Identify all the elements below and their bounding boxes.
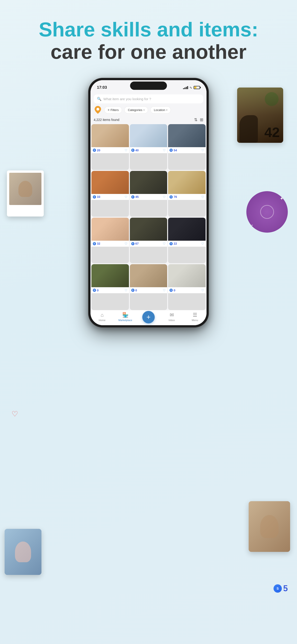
item-price-value: 0 bbox=[174, 288, 175, 292]
heart-button[interactable]: ♡ bbox=[124, 288, 128, 292]
marketplace-icon: 🏪 bbox=[122, 312, 128, 318]
location-button[interactable]: Location ▾ bbox=[150, 106, 171, 114]
item-price-value: 76 bbox=[174, 195, 177, 198]
grid-item[interactable]: S40♡ bbox=[130, 124, 168, 170]
item-price-value: 40 bbox=[136, 148, 138, 152]
view-controls: ⇅ ⊞ bbox=[194, 117, 203, 122]
grid-item[interactable]: S67♡ bbox=[130, 218, 168, 264]
filter-bar: ≡ Filters Categories ▾ Location ▾ bbox=[90, 104, 206, 116]
phone-notch bbox=[130, 82, 167, 90]
item-price: S45 bbox=[131, 195, 138, 198]
item-price-value: 67 bbox=[136, 242, 138, 245]
battery-icon bbox=[194, 86, 200, 89]
item-price: S0 bbox=[131, 288, 137, 292]
token-logo-icon: S bbox=[274, 584, 282, 593]
home-icon: ⌂ bbox=[100, 312, 104, 318]
hero-line1: Share skills and items: bbox=[0, 18, 297, 41]
nav-menu[interactable]: ☰ Menu bbox=[183, 312, 206, 322]
grid-item[interactable]: S33♡ bbox=[92, 171, 129, 217]
currency-icon: S bbox=[131, 288, 134, 292]
heart-button[interactable]: ♡ bbox=[201, 148, 204, 152]
add-icon: + bbox=[146, 314, 150, 320]
grid-item[interactable]: S20♡ bbox=[92, 124, 129, 170]
results-header: 4,222 items found ⇅ ⊞ bbox=[90, 116, 206, 124]
heart-button[interactable]: ♡ bbox=[163, 195, 166, 199]
status-icons: ∿ bbox=[183, 86, 200, 89]
heart-button[interactable]: ♡ bbox=[124, 242, 128, 246]
item-price: S54 bbox=[170, 148, 177, 152]
heart-button[interactable]: ♡ bbox=[201, 242, 204, 246]
nav-home-label: Home bbox=[99, 319, 106, 322]
item-price: S67 bbox=[131, 242, 138, 245]
currency-icon: S bbox=[131, 242, 134, 245]
grid-item[interactable]: S76♡ bbox=[168, 171, 206, 217]
phone-frame: 17:03 ∿ 🔍 What item are bbox=[89, 78, 208, 327]
item-price-value: 20 bbox=[97, 148, 100, 152]
results-count: 4,222 items found bbox=[94, 118, 119, 122]
heart-button[interactable]: ♡ bbox=[124, 148, 128, 152]
item-price-value: 33 bbox=[97, 195, 100, 198]
grid-item[interactable]: S45♡ bbox=[130, 171, 168, 217]
deco-photo1 bbox=[249, 501, 290, 552]
currency-icon: S bbox=[131, 148, 134, 152]
grid-item[interactable]: S0♡ bbox=[130, 264, 168, 310]
currency-icon: S bbox=[170, 148, 173, 152]
heart-button[interactable]: ♡ bbox=[163, 148, 166, 152]
location-label: Location bbox=[154, 108, 165, 112]
filters-icon: ≡ bbox=[108, 108, 109, 112]
menu-icon: ☰ bbox=[193, 312, 197, 318]
filters-button[interactable]: ≡ Filters bbox=[104, 106, 122, 114]
currency-icon: S bbox=[93, 148, 96, 152]
categories-chevron-icon: ▾ bbox=[144, 109, 144, 111]
add-button[interactable]: + bbox=[142, 311, 155, 324]
inbox-icon: ✉ bbox=[170, 312, 174, 318]
grid-view-icon[interactable]: ⊞ bbox=[200, 117, 203, 122]
item-price: S33 bbox=[93, 195, 100, 198]
search-bar[interactable]: 🔍 What item are you looking for ? bbox=[94, 94, 203, 104]
hero-line2: care for one another bbox=[0, 41, 297, 63]
categories-button[interactable]: Categories ▾ bbox=[124, 106, 148, 114]
search-placeholder-text: What item are you looking for ? bbox=[103, 97, 151, 101]
grid-item[interactable]: S0♡ bbox=[92, 264, 129, 310]
status-time: 17:03 bbox=[97, 85, 107, 90]
nav-inbox-label: Inbox bbox=[168, 319, 175, 322]
sort-icon[interactable]: ⇅ bbox=[194, 117, 198, 122]
signal-bars-icon bbox=[183, 86, 188, 89]
deco-photo2 bbox=[4, 529, 42, 575]
deco-heart-icon: ♡ bbox=[12, 410, 18, 418]
item-price-value: 0 bbox=[97, 288, 98, 292]
nav-marketplace[interactable]: 🏪 Marketplace bbox=[114, 312, 137, 322]
grid-item[interactable]: S0♡ bbox=[168, 264, 206, 310]
grid-item[interactable]: S22♡ bbox=[168, 218, 206, 264]
heart-button[interactable]: ♡ bbox=[163, 242, 166, 246]
filters-label: Filters bbox=[110, 108, 118, 112]
location-pin-icon[interactable] bbox=[94, 106, 102, 114]
battery-fill bbox=[194, 86, 196, 88]
item-price: S76 bbox=[170, 195, 177, 198]
heart-button[interactable]: ♡ bbox=[201, 288, 204, 292]
wifi-icon: ∿ bbox=[190, 86, 192, 89]
item-price: S0 bbox=[170, 288, 175, 292]
hero-section: Share skills and items: care for one ano… bbox=[0, 18, 297, 63]
search-icon: 🔍 bbox=[97, 97, 102, 101]
heart-button[interactable]: ♡ bbox=[201, 195, 204, 199]
item-price: S40 bbox=[131, 148, 138, 152]
heart-button[interactable]: ♡ bbox=[124, 195, 128, 199]
nav-menu-label: Menu bbox=[192, 319, 198, 322]
nav-marketplace-label: Marketplace bbox=[118, 319, 132, 322]
nav-inbox[interactable]: ✉ Inbox bbox=[160, 312, 183, 322]
svg-point-0 bbox=[96, 108, 99, 110]
deco-purple-circle: ✦ ✦ bbox=[246, 191, 288, 233]
heart-button[interactable]: ♡ bbox=[163, 288, 166, 292]
nav-home[interactable]: ⌂ Home bbox=[90, 312, 114, 322]
currency-icon: S bbox=[170, 242, 173, 245]
deco-polaroid-card bbox=[7, 170, 44, 216]
grid-item[interactable]: S32♡ bbox=[92, 218, 129, 264]
item-price-value: 32 bbox=[97, 242, 100, 245]
items-grid: S20♡S40♡S54♡S33♡S45♡S76♡S32♡S67♡S22♡S0♡S… bbox=[90, 124, 206, 310]
grid-item[interactable]: S54♡ bbox=[168, 124, 206, 170]
item-price: S32 bbox=[93, 242, 100, 245]
phone-screen: 17:03 ∿ 🔍 What item are bbox=[90, 80, 206, 325]
deco-number-overlay: 42 bbox=[264, 124, 280, 140]
item-price-value: 54 bbox=[174, 148, 177, 152]
